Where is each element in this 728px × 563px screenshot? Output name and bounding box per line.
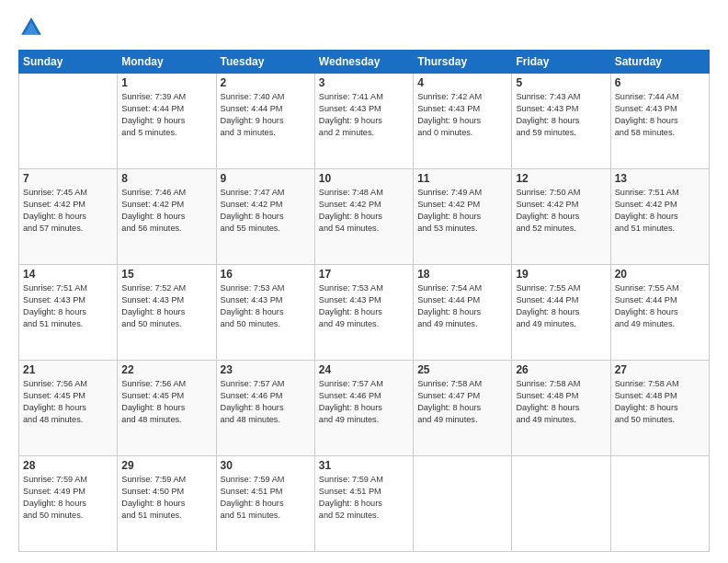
calendar-cell: 3Sunrise: 7:41 AM Sunset: 4:43 PM Daylig… — [314, 74, 413, 169]
page: SundayMondayTuesdayWednesdayThursdayFrid… — [0, 0, 728, 563]
day-info: Sunrise: 7:39 AM Sunset: 4:44 PM Dayligh… — [121, 91, 211, 139]
day-number: 24 — [319, 363, 409, 376]
header — [18, 15, 710, 40]
day-number: 30 — [221, 459, 311, 472]
calendar-cell: 18Sunrise: 7:54 AM Sunset: 4:44 PM Dayli… — [414, 265, 512, 361]
day-info: Sunrise: 7:56 AM Sunset: 4:45 PM Dayligh… — [121, 378, 211, 426]
day-info: Sunrise: 7:58 AM Sunset: 4:48 PM Dayligh… — [516, 378, 606, 426]
calendar-cell: 15Sunrise: 7:52 AM Sunset: 4:43 PM Dayli… — [118, 265, 216, 361]
calendar-cell: 24Sunrise: 7:57 AM Sunset: 4:46 PM Dayli… — [314, 361, 413, 456]
day-info: Sunrise: 7:44 AM Sunset: 4:43 PM Dayligh… — [615, 91, 705, 139]
calendar-cell: 7Sunrise: 7:45 AM Sunset: 4:42 PM Daylig… — [19, 169, 118, 265]
day-info: Sunrise: 7:50 AM Sunset: 4:42 PM Dayligh… — [516, 187, 606, 235]
day-number: 25 — [417, 363, 507, 376]
day-info: Sunrise: 7:55 AM Sunset: 4:44 PM Dayligh… — [516, 282, 606, 330]
day-number: 13 — [615, 172, 705, 185]
calendar-cell — [414, 456, 512, 552]
day-info: Sunrise: 7:45 AM Sunset: 4:42 PM Dayligh… — [23, 187, 113, 235]
calendar-cell — [512, 456, 610, 552]
day-number: 14 — [23, 268, 113, 281]
day-number: 8 — [121, 172, 211, 185]
day-number: 9 — [221, 172, 311, 185]
day-info: Sunrise: 7:57 AM Sunset: 4:46 PM Dayligh… — [319, 378, 409, 426]
calendar-cell: 22Sunrise: 7:56 AM Sunset: 4:45 PM Dayli… — [118, 361, 216, 456]
day-number: 19 — [516, 268, 606, 281]
day-info: Sunrise: 7:41 AM Sunset: 4:43 PM Dayligh… — [319, 91, 409, 139]
day-number: 27 — [615, 363, 705, 376]
day-info: Sunrise: 7:53 AM Sunset: 4:43 PM Dayligh… — [319, 282, 409, 330]
calendar-cell: 11Sunrise: 7:49 AM Sunset: 4:42 PM Dayli… — [414, 169, 512, 265]
calendar-cell: 16Sunrise: 7:53 AM Sunset: 4:43 PM Dayli… — [216, 265, 314, 361]
day-info: Sunrise: 7:58 AM Sunset: 4:48 PM Dayligh… — [615, 378, 705, 426]
day-number: 10 — [319, 172, 409, 185]
calendar-cell: 29Sunrise: 7:59 AM Sunset: 4:50 PM Dayli… — [118, 456, 216, 552]
calendar-week-row: 7Sunrise: 7:45 AM Sunset: 4:42 PM Daylig… — [19, 169, 710, 265]
calendar-header-monday: Monday — [118, 51, 216, 74]
day-info: Sunrise: 7:42 AM Sunset: 4:43 PM Dayligh… — [417, 91, 507, 139]
calendar-cell: 30Sunrise: 7:59 AM Sunset: 4:51 PM Dayli… — [216, 456, 314, 552]
calendar-cell: 13Sunrise: 7:51 AM Sunset: 4:42 PM Dayli… — [610, 169, 709, 265]
day-number: 28 — [23, 459, 113, 472]
calendar-cell: 27Sunrise: 7:58 AM Sunset: 4:48 PM Dayli… — [610, 361, 709, 456]
calendar-cell: 14Sunrise: 7:51 AM Sunset: 4:43 PM Dayli… — [19, 265, 118, 361]
day-number: 22 — [121, 363, 211, 376]
day-info: Sunrise: 7:51 AM Sunset: 4:42 PM Dayligh… — [615, 187, 705, 235]
day-info: Sunrise: 7:59 AM Sunset: 4:49 PM Dayligh… — [23, 474, 113, 522]
day-number: 4 — [417, 76, 507, 89]
calendar-cell: 25Sunrise: 7:58 AM Sunset: 4:47 PM Dayli… — [414, 361, 512, 456]
calendar-header-thursday: Thursday — [414, 51, 512, 74]
day-number: 31 — [319, 459, 409, 472]
day-number: 11 — [417, 172, 507, 185]
calendar-cell: 2Sunrise: 7:40 AM Sunset: 4:44 PM Daylig… — [216, 74, 314, 169]
day-number: 5 — [516, 76, 606, 89]
calendar-cell: 4Sunrise: 7:42 AM Sunset: 4:43 PM Daylig… — [414, 74, 512, 169]
calendar-cell: 26Sunrise: 7:58 AM Sunset: 4:48 PM Dayli… — [512, 361, 610, 456]
day-number: 16 — [221, 268, 311, 281]
day-info: Sunrise: 7:51 AM Sunset: 4:43 PM Dayligh… — [23, 282, 113, 330]
calendar-cell: 17Sunrise: 7:53 AM Sunset: 4:43 PM Dayli… — [314, 265, 413, 361]
calendar-header-wednesday: Wednesday — [314, 51, 413, 74]
day-number: 6 — [615, 76, 705, 89]
calendar-cell: 6Sunrise: 7:44 AM Sunset: 4:43 PM Daylig… — [610, 74, 709, 169]
day-info: Sunrise: 7:47 AM Sunset: 4:42 PM Dayligh… — [221, 187, 311, 235]
day-number: 29 — [121, 459, 211, 472]
day-info: Sunrise: 7:40 AM Sunset: 4:44 PM Dayligh… — [221, 91, 311, 139]
day-number: 2 — [221, 76, 311, 89]
day-number: 3 — [319, 76, 409, 89]
calendar-cell: 10Sunrise: 7:48 AM Sunset: 4:42 PM Dayli… — [314, 169, 413, 265]
calendar-cell: 20Sunrise: 7:55 AM Sunset: 4:44 PM Dayli… — [610, 265, 709, 361]
day-info: Sunrise: 7:52 AM Sunset: 4:43 PM Dayligh… — [121, 282, 211, 330]
day-info: Sunrise: 7:59 AM Sunset: 4:51 PM Dayligh… — [319, 474, 409, 522]
calendar-header-sunday: Sunday — [19, 51, 118, 74]
day-info: Sunrise: 7:59 AM Sunset: 4:51 PM Dayligh… — [221, 474, 311, 522]
day-info: Sunrise: 7:48 AM Sunset: 4:42 PM Dayligh… — [319, 187, 409, 235]
calendar-cell: 28Sunrise: 7:59 AM Sunset: 4:49 PM Dayli… — [19, 456, 118, 552]
day-info: Sunrise: 7:43 AM Sunset: 4:43 PM Dayligh… — [516, 91, 606, 139]
day-info: Sunrise: 7:56 AM Sunset: 4:45 PM Dayligh… — [23, 378, 113, 426]
day-number: 20 — [615, 268, 705, 281]
calendar-cell: 5Sunrise: 7:43 AM Sunset: 4:43 PM Daylig… — [512, 74, 610, 169]
calendar-header-friday: Friday — [512, 51, 610, 74]
day-info: Sunrise: 7:49 AM Sunset: 4:42 PM Dayligh… — [417, 187, 507, 235]
day-number: 17 — [319, 268, 409, 281]
calendar-cell: 1Sunrise: 7:39 AM Sunset: 4:44 PM Daylig… — [118, 74, 216, 169]
calendar-cell — [610, 456, 709, 552]
calendar-cell: 31Sunrise: 7:59 AM Sunset: 4:51 PM Dayli… — [314, 456, 413, 552]
day-info: Sunrise: 7:46 AM Sunset: 4:42 PM Dayligh… — [121, 187, 211, 235]
calendar-cell: 8Sunrise: 7:46 AM Sunset: 4:42 PM Daylig… — [118, 169, 216, 265]
day-number: 26 — [516, 363, 606, 376]
day-info: Sunrise: 7:53 AM Sunset: 4:43 PM Dayligh… — [221, 282, 311, 330]
calendar-cell: 19Sunrise: 7:55 AM Sunset: 4:44 PM Dayli… — [512, 265, 610, 361]
calendar-cell: 9Sunrise: 7:47 AM Sunset: 4:42 PM Daylig… — [216, 169, 314, 265]
calendar-week-row: 14Sunrise: 7:51 AM Sunset: 4:43 PM Dayli… — [19, 265, 710, 361]
calendar-week-row: 1Sunrise: 7:39 AM Sunset: 4:44 PM Daylig… — [19, 74, 710, 169]
day-number: 15 — [121, 268, 211, 281]
calendar-cell: 23Sunrise: 7:57 AM Sunset: 4:46 PM Dayli… — [216, 361, 314, 456]
day-info: Sunrise: 7:59 AM Sunset: 4:50 PM Dayligh… — [121, 474, 211, 522]
calendar-cell: 21Sunrise: 7:56 AM Sunset: 4:45 PM Dayli… — [19, 361, 118, 456]
day-number: 1 — [121, 76, 211, 89]
calendar-table: SundayMondayTuesdayWednesdayThursdayFrid… — [18, 50, 710, 552]
day-number: 23 — [221, 363, 311, 376]
day-info: Sunrise: 7:58 AM Sunset: 4:47 PM Dayligh… — [417, 378, 507, 426]
logo — [18, 15, 48, 40]
